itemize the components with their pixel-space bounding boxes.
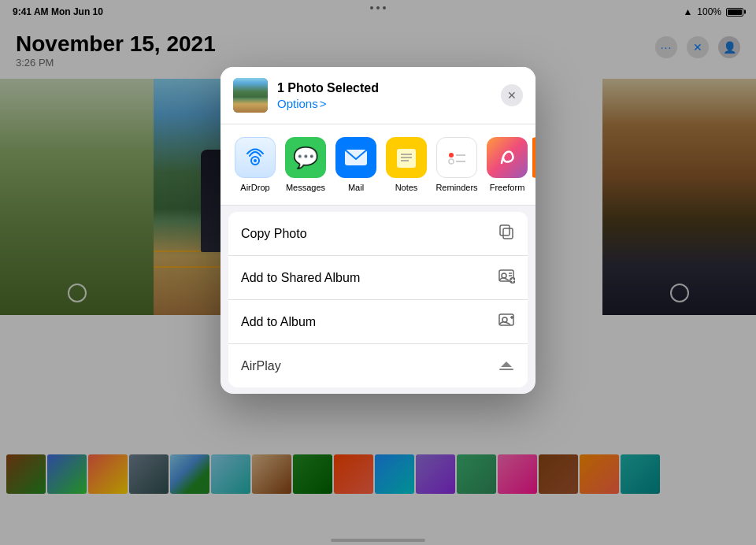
share-close-button[interactable]: ✕ xyxy=(501,84,523,106)
svg-point-1 xyxy=(254,159,257,162)
share-options-chevron: > xyxy=(320,97,327,110)
add-album-label: Add to Album xyxy=(241,315,316,329)
svg-rect-13 xyxy=(500,225,510,235)
mail-label: Mail xyxy=(348,183,364,192)
app-icons-strip: AirDrop 💬 Messages Mail xyxy=(220,124,536,206)
copy-icon-svg xyxy=(498,223,515,240)
svg-rect-3 xyxy=(397,149,416,168)
freeform-label: Freeform xyxy=(490,183,525,192)
share-header-text: 1 Photo Selected Options > xyxy=(277,81,379,110)
add-album-action[interactable]: Add to Album xyxy=(228,300,528,344)
freeform-svg xyxy=(495,146,519,169)
notes-icon xyxy=(386,137,427,178)
reminders-icon xyxy=(436,137,477,178)
share-sheet: 1 Photo Selected Options > ✕ AirDrop xyxy=(220,67,536,394)
notes-item[interactable]: Notes xyxy=(381,137,432,192)
add-shared-album-label: Add to Shared Album xyxy=(241,271,360,285)
freeform-item[interactable]: Freeform xyxy=(482,137,532,192)
airdrop-label: AirDrop xyxy=(240,183,269,192)
messages-label: Messages xyxy=(286,183,325,192)
share-selected-count: 1 Photo Selected xyxy=(277,81,379,95)
mail-svg xyxy=(344,149,368,166)
share-options-button[interactable]: Options > xyxy=(277,97,379,110)
share-options-label: Options xyxy=(277,97,318,110)
shared-album-icon-svg xyxy=(498,267,515,284)
airplay-icon xyxy=(498,355,515,376)
album-icon-svg xyxy=(498,311,515,328)
airdrop-svg xyxy=(244,146,266,169)
share-preview-thumbnail xyxy=(233,78,268,113)
svg-rect-12 xyxy=(503,228,513,239)
airdrop-item[interactable]: AirDrop xyxy=(230,137,280,192)
svg-rect-7 xyxy=(447,148,467,169)
reminders-svg xyxy=(445,145,469,170)
books-icon: 📖 xyxy=(532,137,536,178)
reminders-label: Reminders xyxy=(435,183,477,192)
mail-item[interactable]: Mail xyxy=(331,137,381,192)
share-header-left: 1 Photo Selected Options > xyxy=(233,78,379,113)
messages-item[interactable]: 💬 Messages xyxy=(280,137,331,192)
notes-label: Notes xyxy=(395,183,418,192)
add-shared-album-action[interactable]: Add to Shared Album xyxy=(228,256,528,300)
share-thumbnail-scene xyxy=(233,78,268,113)
messages-icon: 💬 xyxy=(285,137,326,178)
svg-point-8 xyxy=(449,153,454,158)
svg-point-15 xyxy=(502,273,506,278)
mail-icon xyxy=(335,137,376,178)
copy-photo-action[interactable]: Copy Photo xyxy=(228,212,528,256)
action-list: Copy Photo Add to Shared Album xyxy=(228,212,528,387)
copy-photo-icon xyxy=(498,223,515,244)
books-item[interactable]: 📖 B… xyxy=(532,137,536,192)
add-shared-album-icon xyxy=(498,267,515,288)
airplay-icon-svg xyxy=(498,355,515,373)
copy-photo-label: Copy Photo xyxy=(241,227,307,241)
add-album-icon xyxy=(498,311,515,332)
airplay-label: AirPlay xyxy=(241,359,281,373)
share-header: 1 Photo Selected Options > ✕ xyxy=(220,67,536,124)
reminders-item[interactable]: Reminders xyxy=(432,137,482,192)
messages-emoji: 💬 xyxy=(293,146,318,170)
notes-svg xyxy=(395,145,418,170)
airdrop-icon xyxy=(235,137,276,178)
freeform-icon xyxy=(487,137,528,178)
airplay-action[interactable]: AirPlay xyxy=(228,344,528,387)
